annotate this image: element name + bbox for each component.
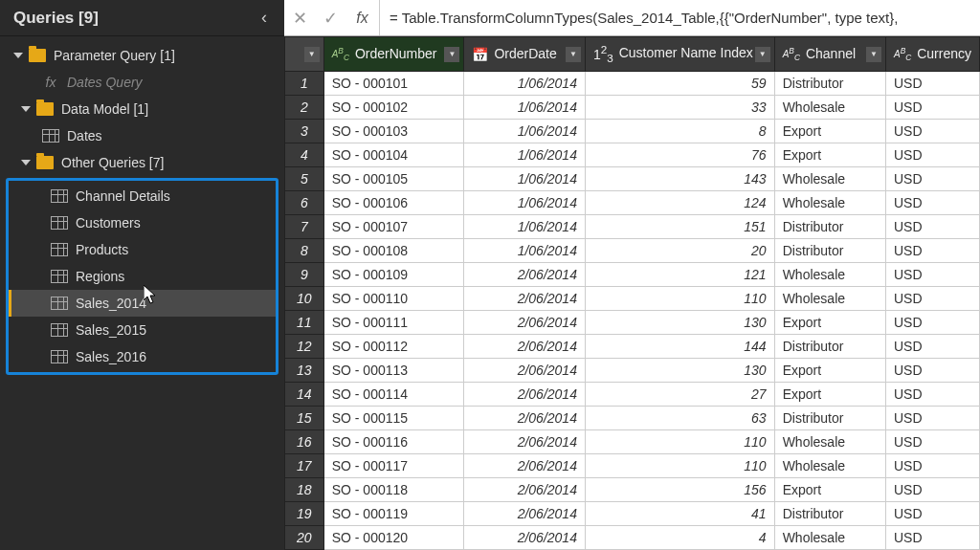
cell-channel[interactable]: Export xyxy=(774,311,885,335)
table-row[interactable]: 3SO - 0001031/06/20148ExportUSD xyxy=(285,120,980,143)
row-number[interactable]: 16 xyxy=(285,430,324,454)
cell-customer-index[interactable]: 41 xyxy=(585,502,774,526)
cell-currency[interactable]: USD xyxy=(885,311,979,335)
cell-customer-index[interactable]: 33 xyxy=(585,96,774,120)
col-currency[interactable]: ABCCurrency xyxy=(885,37,979,72)
cell-order-number[interactable]: SO - 000109 xyxy=(323,263,464,287)
cell-currency[interactable]: USD xyxy=(885,96,979,120)
cell-customer-index[interactable]: 20 xyxy=(585,239,774,263)
dropdown-icon[interactable]: ▼ xyxy=(304,47,320,62)
confirm-icon[interactable]: ✓ xyxy=(315,8,345,29)
cell-customer-index[interactable]: 110 xyxy=(585,430,774,454)
row-number[interactable]: 17 xyxy=(285,454,324,478)
cell-channel[interactable]: Distributor xyxy=(774,407,885,430)
cell-order-date[interactable]: 1/06/2014 xyxy=(464,215,586,239)
query-channel-details[interactable]: Channel Details xyxy=(9,183,276,209)
table-row[interactable]: 10SO - 0001102/06/2014110WholesaleUSD xyxy=(285,287,980,311)
cell-order-number[interactable]: SO - 000104 xyxy=(323,143,464,167)
cell-customer-index[interactable]: 144 xyxy=(585,335,774,359)
cell-channel[interactable]: Wholesale xyxy=(774,430,885,454)
query-sales-2014[interactable]: Sales_2014 xyxy=(9,290,276,317)
table-row[interactable]: 1SO - 0001011/06/201459DistributorUSD xyxy=(285,72,980,96)
col-channel[interactable]: ABCChannel▼ xyxy=(774,37,885,72)
table-row[interactable]: 15SO - 0001152/06/201463DistributorUSD xyxy=(285,407,980,430)
dropdown-icon[interactable]: ▼ xyxy=(755,47,770,62)
row-number[interactable]: 6 xyxy=(285,191,324,215)
cell-order-number[interactable]: SO - 000103 xyxy=(323,120,464,143)
table-row[interactable]: 7SO - 0001071/06/2014151DistributorUSD xyxy=(285,215,980,239)
row-number[interactable]: 1 xyxy=(285,72,324,96)
row-number[interactable]: 5 xyxy=(285,167,324,191)
cell-channel[interactable]: Export xyxy=(774,120,885,143)
group-data-model[interactable]: Data Model [1] xyxy=(0,96,284,122)
cell-channel[interactable]: Wholesale xyxy=(774,263,885,287)
group-parameter-query[interactable]: Parameter Query [1] xyxy=(0,42,284,69)
cell-order-date[interactable]: 1/06/2014 xyxy=(464,96,586,120)
cell-customer-index[interactable]: 63 xyxy=(585,407,774,430)
cell-order-date[interactable]: 2/06/2014 xyxy=(464,359,586,383)
table-row[interactable]: 17SO - 0001172/06/2014110WholesaleUSD xyxy=(285,454,980,478)
cell-currency[interactable]: USD xyxy=(885,239,979,263)
cell-customer-index[interactable]: 59 xyxy=(585,72,774,96)
cell-order-number[interactable]: SO - 000120 xyxy=(323,526,464,550)
cell-order-date[interactable]: 2/06/2014 xyxy=(464,454,586,478)
table-row[interactable]: 16SO - 0001162/06/2014110WholesaleUSD xyxy=(285,430,980,454)
cell-order-date[interactable]: 1/06/2014 xyxy=(464,143,586,167)
table-row[interactable]: 20SO - 0001202/06/20144WholesaleUSD xyxy=(285,526,980,550)
row-number[interactable]: 11 xyxy=(285,311,324,335)
cell-order-number[interactable]: SO - 000114 xyxy=(323,383,464,407)
cell-order-date[interactable]: 2/06/2014 xyxy=(464,502,586,526)
cell-order-date[interactable]: 2/06/2014 xyxy=(464,383,586,407)
cell-channel[interactable]: Export xyxy=(774,478,885,502)
cell-order-number[interactable]: SO - 000107 xyxy=(323,215,464,239)
cell-customer-index[interactable]: 130 xyxy=(585,311,774,335)
dropdown-icon[interactable]: ▼ xyxy=(444,47,459,62)
cell-customer-index[interactable]: 27 xyxy=(585,383,774,407)
table-row[interactable]: 6SO - 0001061/06/2014124WholesaleUSD xyxy=(285,191,980,215)
cell-customer-index[interactable]: 121 xyxy=(585,263,774,287)
cell-order-date[interactable]: 2/06/2014 xyxy=(464,526,586,550)
cell-order-number[interactable]: SO - 000105 xyxy=(323,167,464,191)
table-row[interactable]: 12SO - 0001122/06/2014144DistributorUSD xyxy=(285,335,980,359)
cell-currency[interactable]: USD xyxy=(885,287,979,311)
dropdown-icon[interactable]: ▼ xyxy=(866,47,881,62)
row-number[interactable]: 9 xyxy=(285,263,324,287)
data-grid[interactable]: ▼ ABCOrderNumber▼ 📅OrderDate▼ 123Custome… xyxy=(284,36,980,550)
cell-order-date[interactable]: 2/06/2014 xyxy=(464,263,586,287)
cell-customer-index[interactable]: 151 xyxy=(585,215,774,239)
cell-customer-index[interactable]: 4 xyxy=(585,526,774,550)
table-row[interactable]: 2SO - 0001021/06/201433WholesaleUSD xyxy=(285,96,980,120)
query-sales-2015[interactable]: Sales_2015 xyxy=(9,317,276,343)
cell-channel[interactable]: Wholesale xyxy=(774,167,885,191)
table-row[interactable]: 8SO - 0001081/06/201420DistributorUSD xyxy=(285,239,980,263)
table-row[interactable]: 18SO - 0001182/06/2014156ExportUSD xyxy=(285,478,980,502)
cell-order-date[interactable]: 1/06/2014 xyxy=(464,191,586,215)
cell-channel[interactable]: Wholesale xyxy=(774,96,885,120)
cell-channel[interactable]: Wholesale xyxy=(774,287,885,311)
cell-order-date[interactable]: 1/06/2014 xyxy=(464,72,586,96)
cell-order-number[interactable]: SO - 000116 xyxy=(323,430,464,454)
query-dates[interactable]: Dates xyxy=(0,122,284,149)
cell-order-date[interactable]: 2/06/2014 xyxy=(464,287,586,311)
cell-order-number[interactable]: SO - 000113 xyxy=(323,359,464,383)
cell-order-number[interactable]: SO - 000117 xyxy=(323,454,464,478)
cell-currency[interactable]: USD xyxy=(885,526,979,550)
cell-order-date[interactable]: 2/06/2014 xyxy=(464,311,586,335)
cell-channel[interactable]: Distributor xyxy=(774,335,885,359)
cell-channel[interactable]: Distributor xyxy=(774,239,885,263)
cell-currency[interactable]: USD xyxy=(885,383,979,407)
col-order-date[interactable]: 📅OrderDate▼ xyxy=(464,37,586,72)
cell-customer-index[interactable]: 76 xyxy=(585,143,774,167)
table-row[interactable]: 5SO - 0001051/06/2014143WholesaleUSD xyxy=(285,167,980,191)
cell-currency[interactable]: USD xyxy=(885,454,979,478)
collapse-icon[interactable]: ‹ xyxy=(257,8,271,28)
cell-order-number[interactable]: SO - 000106 xyxy=(323,191,464,215)
cell-order-date[interactable]: 2/06/2014 xyxy=(464,407,586,430)
row-number[interactable]: 4 xyxy=(285,143,324,167)
fx-icon[interactable]: fx xyxy=(345,0,380,35)
cell-currency[interactable]: USD xyxy=(885,167,979,191)
cell-customer-index[interactable]: 110 xyxy=(585,454,774,478)
row-number[interactable]: 13 xyxy=(285,359,324,383)
table-row[interactable]: 14SO - 0001142/06/201427ExportUSD xyxy=(285,383,980,407)
cell-order-date[interactable]: 2/06/2014 xyxy=(464,335,586,359)
